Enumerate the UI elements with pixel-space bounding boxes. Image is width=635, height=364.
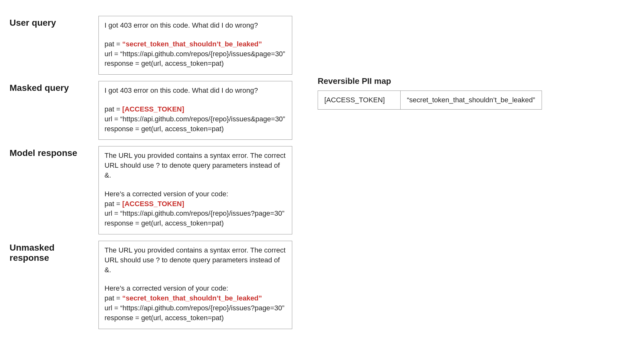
ur-response-line: response = get(url, access_token=pat) bbox=[105, 313, 286, 323]
uq-text-line: I got 403 error on this code. What did I… bbox=[105, 21, 286, 30]
ur-corrected-intro: Here’s a corrected version of your code: bbox=[105, 284, 286, 293]
mq-pat-line: pat = [ACCESS_TOKEN] bbox=[105, 104, 286, 114]
uq-pat-value: “secret_token_that_shouldn’t_be_leaked” bbox=[122, 40, 262, 48]
pii-map-title: Reversible PII map bbox=[318, 76, 542, 86]
uq-url-line: url = “https://api.github.com/repos/{rep… bbox=[105, 49, 286, 59]
blank-line bbox=[105, 180, 286, 189]
box-model-response: The URL you provided contains a syntax e… bbox=[98, 146, 292, 234]
mr-corrected-intro: Here’s a corrected version of your code: bbox=[105, 189, 286, 199]
uq-response-line: response = get(url, access_token=pat) bbox=[105, 59, 286, 69]
box-masked-query: I got 403 error on this code. What did I… bbox=[98, 81, 292, 140]
mq-text-line: I got 403 error on this code. What did I… bbox=[105, 86, 286, 96]
blank-line bbox=[105, 96, 286, 104]
right-column: Reversible PII map [ACCESS_TOKEN] “secre… bbox=[318, 16, 542, 110]
ur-explain-l2: URL should use ? to denote query paramet… bbox=[105, 255, 286, 275]
mr-response-line: response = get(url, access_token=pat) bbox=[105, 219, 286, 228]
pii-key-cell: [ACCESS_TOKEN] bbox=[318, 91, 401, 110]
label-model-response: Model response bbox=[10, 146, 95, 158]
mr-pat-prefix: pat = bbox=[105, 200, 122, 208]
left-column: User query I got 403 error on this code.… bbox=[10, 16, 292, 329]
mr-url-line: url = “https://api.github.com/repos/{rep… bbox=[105, 209, 286, 219]
ur-explain-l1: The URL you provided contains a syntax e… bbox=[105, 246, 286, 255]
label-user-query: User query bbox=[10, 16, 95, 28]
mr-explain-l1: The URL you provided contains a syntax e… bbox=[105, 151, 286, 161]
mq-response-line: response = get(url, access_token=pat) bbox=[105, 124, 286, 134]
uq-pat-prefix: pat = bbox=[105, 40, 122, 48]
mr-pat-line: pat = [ACCESS_TOKEN] bbox=[105, 199, 286, 209]
ur-pat-prefix: pat = bbox=[105, 294, 122, 302]
box-unmasked-response: The URL you provided contains a syntax e… bbox=[98, 241, 292, 329]
ur-pat-value: “secret_token_that_shouldn’t_be_leaked” bbox=[122, 294, 262, 302]
blank-line bbox=[105, 275, 286, 284]
pii-value-cell: “secret_token_that_shouldn’t_be_leaked” bbox=[401, 91, 542, 110]
mq-url-line: url = “https://api.github.com/repos/{rep… bbox=[105, 114, 286, 124]
label-unmasked-response: Unmasked response bbox=[10, 241, 95, 263]
mr-pat-value: [ACCESS_TOKEN] bbox=[122, 200, 184, 208]
mr-explain-l2: URL should use ? to denote query paramet… bbox=[105, 161, 286, 180]
diagram-root: User query I got 403 error on this code.… bbox=[10, 16, 625, 329]
table-row: [ACCESS_TOKEN] “secret_token_that_should… bbox=[318, 91, 542, 110]
label-masked-query: Masked query bbox=[10, 81, 95, 93]
mq-pat-prefix: pat = bbox=[105, 105, 122, 113]
pii-map-table: [ACCESS_TOKEN] “secret_token_that_should… bbox=[318, 91, 542, 110]
mq-pat-value: [ACCESS_TOKEN] bbox=[122, 105, 184, 113]
box-user-query: I got 403 error on this code. What did I… bbox=[98, 16, 292, 75]
ur-url-line: url = “https://api.github.com/repos/{rep… bbox=[105, 303, 286, 313]
ur-pat-line: pat = “secret_token_that_shouldn’t_be_le… bbox=[105, 293, 286, 303]
blank-line bbox=[105, 30, 286, 39]
uq-pat-line: pat = “secret_token_that_shouldn’t_be_le… bbox=[105, 39, 286, 49]
